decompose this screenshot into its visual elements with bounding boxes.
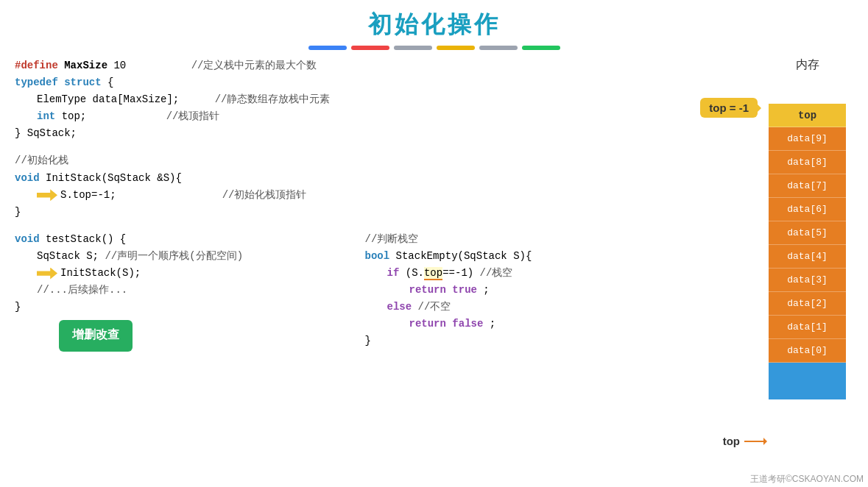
- code-brace-close-test: }: [15, 301, 21, 313]
- arrow-icon-stop: [37, 189, 57, 201]
- code-line-close-stackempty: }: [365, 333, 713, 349]
- bottom-arrow-line: [744, 441, 766, 442]
- code-block-struct: #define MaxSize 10 //定义栈中元素的最大个数 typedef…: [15, 57, 713, 142]
- bar-yellow: [437, 46, 475, 50]
- code-if-cond: (S.top==-1): [406, 267, 473, 280]
- memory-stack: top data[9] data[8] data[7] data[6] data…: [769, 104, 846, 399]
- bottom-arrow-area: top: [723, 435, 766, 447]
- code-line-return-false: return false ;: [365, 316, 713, 333]
- code-line-close-test: }: [15, 299, 350, 316]
- code-stackempty-sig: StackEmpty(SqStack S){: [396, 250, 532, 262]
- code-line-if: if (S.top==-1) //栈空: [365, 265, 713, 282]
- bar-blue: [308, 46, 347, 50]
- comment-define: //定义栈中元素的最大个数: [191, 60, 317, 71]
- kw-struct: struct: [64, 77, 101, 88]
- comment-top: //栈顶指针: [166, 110, 220, 122]
- code-line-void-init: void InitStack(SqStack &S){: [15, 170, 713, 187]
- mem-cell-data6: data[6]: [769, 198, 846, 221]
- code-line-int-top: int top; //栈顶指针: [15, 108, 713, 125]
- kw-if: if: [387, 267, 400, 279]
- code-line-sqstack-s: SqStack S; //声明一个顺序栈(分配空间): [15, 248, 350, 265]
- code-elemtype: ElemType data[MaxSize];: [37, 93, 179, 105]
- comment-init: //初始化栈: [15, 152, 713, 169]
- green-btn-wrap: 增删改查: [15, 316, 350, 351]
- code-line-stop-assign: S.top=-1; //初始化栈顶指针: [15, 187, 713, 204]
- code-maxsize: MaxSize 10: [64, 60, 126, 71]
- bottom-arrow: [744, 441, 766, 442]
- code-line-sqstack: } SqStack;: [15, 125, 713, 142]
- watermark: 王道考研©CSKAOYAN.COM: [746, 472, 868, 487]
- kw-return2: return: [409, 318, 446, 330]
- mem-cell-data8: data[8]: [769, 151, 846, 174]
- mem-cell-top: top: [769, 104, 846, 127]
- code-sqstack: } SqStack;: [15, 127, 77, 139]
- code-brace-open: {: [107, 77, 113, 88]
- mem-cell-data9: data[9]: [769, 127, 846, 151]
- mem-cell-bottom: [769, 363, 846, 399]
- code-initstack-sig: InitStack(SqStack &S){: [46, 172, 182, 184]
- code-line-return-true: return true ;: [365, 282, 713, 299]
- mem-cell-data7: data[7]: [769, 174, 846, 198]
- code-teststack: void testStack() { SqStack S; //声明一个顺序栈(…: [15, 231, 350, 352]
- code-line-define: #define MaxSize 10 //定义栈中元素的最大个数: [15, 57, 713, 74]
- code-initstack-call: InitStack(S);: [60, 265, 141, 282]
- code-line-typedef: typedef struct {: [15, 74, 713, 91]
- code-line-elemtype: ElemType data[MaxSize]; //静态数组存放栈中元素: [15, 91, 713, 108]
- kw-define: #define: [15, 60, 58, 71]
- bar-gray2: [479, 46, 518, 50]
- mem-cell-data4: data[4]: [769, 245, 846, 269]
- kw-int: int: [37, 110, 55, 122]
- kw-else: else: [387, 301, 412, 313]
- code-sqstack-s: SqStack S;: [37, 250, 99, 262]
- bottom-top-label: top: [723, 435, 740, 447]
- main-content: #define MaxSize 10 //定义栈中元素的最大个数 typedef…: [0, 50, 868, 486]
- mem-cell-data1: data[1]: [769, 316, 846, 339]
- mem-label: 内存: [769, 57, 846, 73]
- code-line-bool: bool StackEmpty(SqStack S){: [365, 248, 713, 265]
- code-brace-close-init: }: [15, 206, 21, 218]
- comment-judge: //判断栈空: [365, 231, 713, 248]
- mem-cell-data2: data[2]: [769, 292, 846, 316]
- code-brace-close-stackempty: }: [365, 335, 371, 346]
- bar-red: [351, 46, 389, 50]
- bar-green: [522, 46, 560, 50]
- comment-else: //不空: [418, 301, 451, 313]
- code-line-more: //...后续操作...: [15, 282, 350, 299]
- code-line-else: else //不空: [365, 299, 713, 316]
- mem-cell-data0: data[0]: [769, 339, 846, 363]
- code-stackempty: //判断栈空 bool StackEmpty(SqStack S){ if (S…: [365, 231, 713, 352]
- kw-return: return: [409, 284, 446, 296]
- kw-typedef: typedef: [15, 77, 58, 88]
- code-line-initstack-call: InitStack(S);: [15, 265, 350, 282]
- page-title: 初始化操作: [0, 0, 868, 41]
- bar-gray: [394, 46, 432, 50]
- kw-true: true: [452, 284, 477, 296]
- callout-wrapper: top = -1: [713, 76, 846, 102]
- comment-elemtype: //静态数组存放栈中元素: [215, 93, 331, 105]
- code-line-close-init: }: [15, 204, 713, 221]
- kw-bool: bool: [365, 250, 390, 262]
- code-line-void-test: void testStack() {: [15, 231, 350, 248]
- code-semi-false: ;: [490, 318, 495, 330]
- kw-void2: void: [15, 233, 40, 245]
- comment-if: //栈空: [480, 267, 513, 279]
- comment-sqstack-s: //声明一个顺序栈(分配空间): [105, 250, 243, 262]
- diagram-area: 内存 top = -1 top data[9] data[8] data[7] …: [713, 57, 853, 486]
- callout-top: top = -1: [700, 98, 758, 118]
- arrow-icon-initstack: [37, 268, 57, 280]
- code-top-var: top;: [62, 110, 87, 122]
- comment-stop-assign: //初始化栈顶指针: [222, 187, 307, 204]
- code-area: #define MaxSize 10 //定义栈中元素的最大个数 typedef…: [15, 57, 713, 486]
- code-semi-true: ;: [483, 284, 489, 296]
- mem-cell-data3: data[3]: [769, 269, 846, 292]
- kw-false: false: [452, 318, 483, 330]
- code-split-section: void testStack() { SqStack S; //声明一个顺序栈(…: [15, 231, 713, 352]
- code-stop-assign: S.top=-1;: [60, 187, 116, 204]
- code-teststack-sig: testStack() {: [46, 233, 126, 245]
- code-block-init: //初始化栈 void InitStack(SqStack &S){ S.top…: [15, 152, 713, 220]
- mem-cell-data5: data[5]: [769, 221, 846, 245]
- green-btn[interactable]: 增删改查: [59, 320, 133, 351]
- kw-void: void: [15, 172, 40, 184]
